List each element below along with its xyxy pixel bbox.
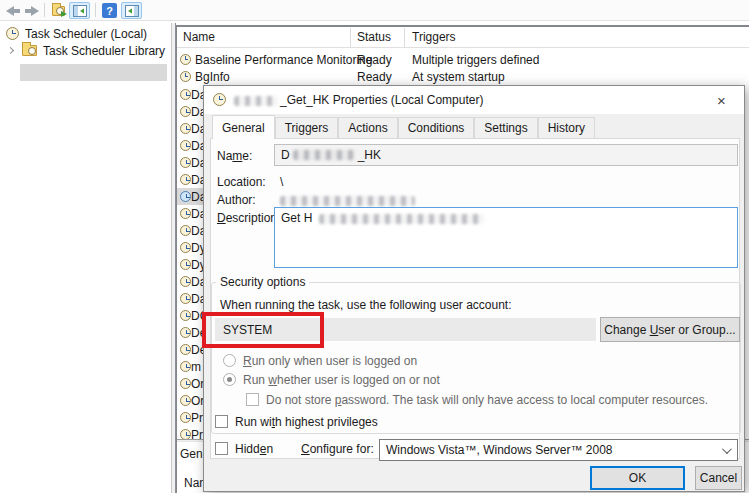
mmc-toolbar: ? (0, 0, 749, 21)
column-header-triggers[interactable]: Triggers (412, 30, 456, 44)
task-clock-icon (180, 310, 191, 321)
list-header: Name Status Triggers (177, 27, 749, 48)
change-user-button[interactable]: Change User or Group... (600, 317, 740, 342)
tab-triggers[interactable]: Triggers (275, 117, 339, 139)
task-row[interactable]: Baseline Performance Monitoring Ready Mu… (177, 51, 749, 68)
configure-for-label: Configure for: (301, 442, 374, 456)
radio-run-not-logged-on-label: Run whether user is logged on or not (243, 373, 440, 387)
dialog-title: _Get_HK Properties (Local Computer) (280, 93, 483, 107)
task-clock-icon (180, 276, 191, 287)
task-clock-icon (180, 208, 191, 219)
help-icon[interactable]: ? (101, 2, 118, 19)
expander-chevron-icon[interactable] (7, 47, 14, 54)
task-clock-icon (180, 140, 191, 151)
task-clock-icon (180, 395, 191, 406)
name-field[interactable]: D _HK (274, 144, 738, 166)
description-label: Description: (217, 211, 280, 225)
folder-clock-icon (22, 45, 37, 56)
task-clock-icon (180, 259, 191, 270)
tab-actions[interactable]: Actions (338, 117, 397, 139)
console-tree-icon[interactable] (49, 2, 67, 19)
description-field[interactable]: Get H (274, 207, 738, 268)
cancel-button[interactable]: Cancel (695, 466, 742, 490)
column-header-name[interactable]: Name (183, 30, 215, 44)
tree-item-label: Task Scheduler (Local) (25, 27, 147, 41)
task-clock-icon (180, 293, 191, 304)
task-clock-icon (180, 344, 191, 355)
name-label: Name: (217, 149, 252, 163)
checkbox-run-highest-privileges-label: Run with highest privileges (235, 415, 378, 429)
dialog-titlebar: _Get_HK Properties (Local Computer) × (204, 86, 744, 114)
back-icon[interactable] (4, 2, 21, 19)
redacted-author-text (280, 196, 415, 206)
clock-icon (213, 93, 226, 106)
checkbox-hidden-label: Hidden (235, 442, 273, 456)
column-header-status[interactable]: Status (357, 30, 391, 44)
task-clock-icon (180, 54, 191, 65)
checkbox-hidden[interactable] (215, 442, 228, 455)
location-label: Location: (217, 175, 266, 189)
forward-icon[interactable] (23, 2, 40, 19)
dialog-tabs: General Triggers Actions Conditions Sett… (212, 118, 595, 139)
console-tree: Task Scheduler (Local) Task Scheduler Li… (0, 23, 171, 493)
tree-selection-highlight (20, 64, 167, 81)
radio-run-logged-on-label: Run only when user is logged on (243, 354, 417, 368)
task-clock-icon (180, 71, 191, 82)
checkbox-run-highest-privileges[interactable] (215, 415, 228, 428)
tree-item-task-scheduler-local[interactable]: Task Scheduler (Local) (6, 25, 147, 42)
account-hint-label: When running the task, use the following… (220, 298, 512, 312)
tree-item-label: Task Scheduler Library (43, 44, 165, 58)
task-clock-icon (180, 157, 191, 168)
toolbar-separator (44, 3, 45, 17)
task-clock-icon (180, 378, 191, 389)
clock-icon (6, 27, 19, 40)
tab-conditions[interactable]: Conditions (398, 117, 475, 139)
task-properties-dialog: _Get_HK Properties (Local Computer) × Ge… (203, 85, 745, 492)
task-clock-icon (180, 174, 191, 185)
task-row[interactable]: BgInfo Ready At system startup (177, 68, 749, 85)
tab-history[interactable]: History (538, 117, 595, 139)
ok-button[interactable]: OK (590, 466, 685, 490)
redacted-name-text (293, 150, 355, 160)
account-field[interactable]: SYSTEM (215, 318, 596, 341)
task-clock-icon (180, 191, 191, 202)
task-clock-icon (180, 361, 191, 372)
action-pane-icon[interactable] (121, 2, 142, 19)
task-clock-icon (180, 225, 191, 236)
list-view-icon[interactable] (69, 2, 90, 19)
security-options-label: Security options (216, 275, 309, 289)
chevron-down-icon (722, 444, 732, 454)
radio-run-not-logged-on (223, 373, 236, 386)
tab-settings[interactable]: Settings (474, 117, 537, 139)
close-icon[interactable]: × (699, 86, 744, 114)
radio-run-logged-on (223, 354, 236, 367)
checkbox-do-not-store-password (246, 393, 259, 406)
task-clock-icon (180, 123, 191, 134)
redacted-title-text (234, 96, 278, 106)
task-clock-icon (180, 242, 191, 253)
toolbar-separator (95, 3, 96, 17)
task-clock-icon (180, 89, 191, 100)
tree-item-task-scheduler-library[interactable]: Task Scheduler Library (8, 42, 165, 59)
author-label: Author: (217, 193, 256, 207)
task-clock-icon (180, 106, 191, 117)
location-value: \ (280, 175, 283, 189)
task-scheduler-window: ? Task Scheduler (Local) Task Scheduler … (0, 0, 749, 493)
redacted-description-text (319, 214, 484, 224)
checkbox-do-not-store-password-label: Do not store password. The task will onl… (266, 393, 708, 407)
task-clock-icon (180, 412, 191, 423)
task-clock-icon (180, 327, 191, 338)
configure-for-select[interactable]: Windows Vista™, Windows Server™ 2008 (379, 439, 738, 461)
tab-general[interactable]: General (212, 115, 275, 139)
